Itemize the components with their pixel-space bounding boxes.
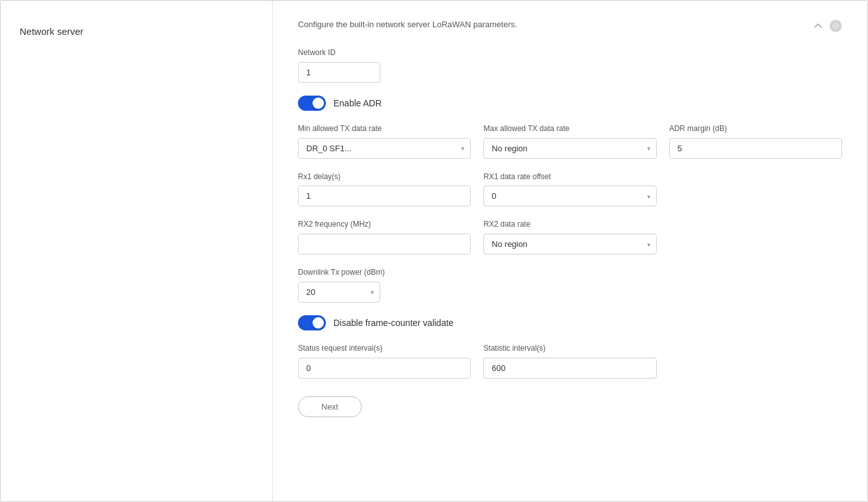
disable-frame-counter-label: Disable frame-counter validate: [333, 318, 454, 328]
rx2-data-rate-label: RX2 data rate: [483, 219, 656, 230]
main-window: Network server Configure the built-in ne…: [0, 0, 868, 502]
adr-margin-col: ADR margin (dB): [669, 123, 842, 159]
min-tx-data-rate-select[interactable]: DR_0 SF1... DR_1 DR_2: [298, 138, 471, 159]
status-request-input[interactable]: [298, 358, 471, 379]
adr-margin-input[interactable]: [669, 138, 842, 159]
statistic-interval-label: Statistic interval(s): [483, 343, 656, 354]
min-tx-col: Min allowed TX data rate DR_0 SF1... DR_…: [298, 123, 471, 159]
downlink-tx-power-select[interactable]: 20 14 17 23: [298, 282, 380, 303]
rx1-data-rate-offset-label: RX1 data rate offset: [483, 172, 656, 182]
rx2-frequency-input[interactable]: [298, 234, 471, 254]
next-button[interactable]: Next: [298, 396, 362, 417]
rx2-data-rate-col: RX2 data rate No region DR_0 DR_1 ▾: [483, 219, 656, 254]
rx2-frequency-col: RX2 frequency (MHz): [298, 219, 471, 254]
max-tx-data-rate-select[interactable]: No region DR_0 DR_1: [483, 138, 656, 159]
section-icons: [812, 20, 842, 32]
enable-adr-row: Enable ADR: [298, 96, 842, 111]
section-description: Configure the built-in network server Lo…: [298, 20, 812, 29]
collapse-icon[interactable]: [812, 20, 824, 32]
rx1-delay-input[interactable]: [298, 185, 471, 206]
network-id-label: Network ID: [298, 47, 842, 58]
rx1-data-rate-offset-wrapper: 0 1 2 ▾: [483, 185, 656, 206]
enable-adr-label: Enable ADR: [333, 98, 381, 108]
rx2-data-rate-select[interactable]: No region DR_0 DR_1: [483, 234, 656, 254]
tx-data-rate-row: Min allowed TX data rate DR_0 SF1... DR_…: [298, 123, 842, 159]
section-header: Configure the built-in network server Lo…: [298, 20, 842, 32]
rx2-row: RX2 frequency (MHz) RX2 data rate No reg…: [298, 219, 842, 254]
rx1-row: Rx1 delay(s) RX1 data rate offset 0 1 2 …: [298, 172, 842, 207]
sidebar-title: Network server: [20, 26, 84, 37]
downlink-tx-power-wrapper: 20 14 17 23 ▾: [298, 282, 380, 303]
help-icon[interactable]: [829, 20, 842, 32]
max-tx-col: Max allowed TX data rate No region DR_0 …: [483, 123, 656, 159]
rx1-delay-label: Rx1 delay(s): [298, 172, 471, 182]
status-request-label: Status request interval(s): [298, 343, 471, 354]
disable-frame-counter-row: Disable frame-counter validate: [298, 315, 842, 330]
downlink-tx-power-label: Downlink Tx power (dBm): [298, 267, 842, 278]
max-tx-label: Max allowed TX data rate: [483, 123, 656, 134]
main-content: Configure the built-in network server Lo…: [273, 1, 867, 501]
statistic-interval-input[interactable]: [483, 358, 656, 379]
downlink-tx-power-group: Downlink Tx power (dBm) 20 14 17 23 ▾: [298, 267, 842, 303]
rx1-data-rate-offset-col: RX1 data rate offset 0 1 2 ▾: [483, 172, 656, 207]
rx2-frequency-label: RX2 frequency (MHz): [298, 219, 471, 230]
rx2-data-rate-wrapper: No region DR_0 DR_1 ▾: [483, 234, 656, 254]
min-tx-select-wrapper: DR_0 SF1... DR_1 DR_2 ▾: [298, 138, 471, 159]
svg-point-1: [833, 23, 839, 29]
interval-row: Status request interval(s) Statistic int…: [298, 343, 842, 379]
sidebar: Network server: [1, 1, 273, 501]
enable-adr-toggle[interactable]: [298, 96, 326, 111]
disable-frame-counter-toggle[interactable]: [298, 315, 326, 330]
network-id-group: Network ID: [298, 47, 842, 83]
network-id-input[interactable]: [298, 62, 380, 83]
adr-margin-label: ADR margin (dB): [669, 123, 842, 134]
rx1-delay-col: Rx1 delay(s): [298, 172, 471, 207]
statistic-interval-col: Statistic interval(s): [483, 343, 656, 379]
status-request-col: Status request interval(s): [298, 343, 471, 379]
next-button-container: Next: [298, 391, 842, 417]
rx1-data-rate-offset-select[interactable]: 0 1 2: [483, 185, 656, 206]
max-tx-select-wrapper: No region DR_0 DR_1 ▾: [483, 138, 656, 159]
min-tx-label: Min allowed TX data rate: [298, 123, 471, 134]
